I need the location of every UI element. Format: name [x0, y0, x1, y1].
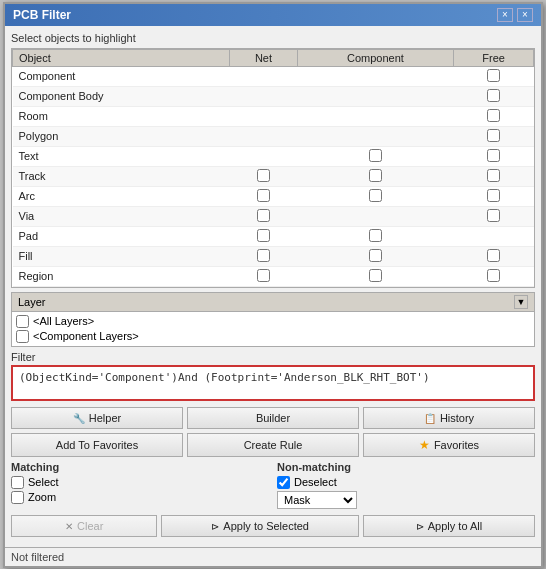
object-table: Object Net Component Free ComponentCompo… [12, 49, 534, 287]
row-object-name: Via [13, 206, 230, 226]
close-button[interactable]: × [517, 8, 533, 22]
helper-label: Helper [89, 412, 121, 424]
row-component-checkbox[interactable] [369, 149, 382, 162]
create-rule-label: Create Rule [244, 439, 303, 451]
row-free-cell [454, 66, 534, 86]
status-bar: Not filtered [5, 547, 541, 566]
row-object-name: Text [13, 146, 230, 166]
row-component-cell [297, 66, 453, 86]
row-component-cell [297, 166, 453, 186]
non-matching-title: Non-matching [277, 461, 535, 473]
row-free-checkbox[interactable] [487, 69, 500, 82]
history-label: History [440, 412, 474, 424]
row-net-cell [230, 126, 297, 146]
matching-select-checkbox[interactable] [11, 476, 24, 489]
add-to-favorites-button[interactable]: Add To Favorites [11, 433, 183, 457]
clear-button[interactable]: Clear [11, 515, 157, 537]
row-free-cell [454, 246, 534, 266]
title-bar: PCB Filter × × [5, 4, 541, 26]
row-object-name: Pad [13, 226, 230, 246]
favorites-button[interactable]: Favorites [363, 433, 535, 457]
matching-nonmatching-section: Matching Select Zoom Non-matching Desele… [11, 461, 535, 511]
layer-checkbox[interactable] [16, 315, 29, 328]
layer-scroll-btn[interactable]: ▼ [514, 295, 528, 309]
row-net-checkbox[interactable] [257, 229, 270, 242]
clear-icon [65, 520, 73, 532]
row-component-cell [297, 106, 453, 126]
matching-zoom-checkbox[interactable] [11, 491, 24, 504]
row-component-cell [297, 186, 453, 206]
matching-zoom-label: Zoom [28, 491, 56, 503]
row-net-checkbox[interactable] [257, 169, 270, 182]
table-row: Polygon [13, 126, 534, 146]
row-net-cell [230, 66, 297, 86]
layer-item: <All Layers> [16, 314, 530, 329]
row-component-cell [297, 226, 453, 246]
row-net-cell [230, 86, 297, 106]
row-free-cell [454, 186, 534, 206]
row-net-cell [230, 146, 297, 166]
row-free-checkbox[interactable] [487, 109, 500, 122]
row-free-checkbox[interactable] [487, 249, 500, 262]
table-row: Region [13, 266, 534, 286]
col-header-net: Net [230, 49, 297, 66]
helper-button[interactable]: Helper [11, 407, 183, 429]
apply-to-all-label: Apply to All [428, 520, 482, 532]
apply-to-all-icon [416, 520, 424, 532]
create-rule-button[interactable]: Create Rule [187, 433, 359, 457]
row-free-checkbox[interactable] [487, 89, 500, 102]
favorites-rule-row: Add To Favorites Create Rule Favorites [11, 433, 535, 457]
row-net-checkbox[interactable] [257, 189, 270, 202]
row-free-checkbox[interactable] [487, 129, 500, 142]
row-free-cell [454, 226, 534, 246]
row-object-name: Component Body [13, 86, 230, 106]
non-matching-deselect-checkbox[interactable] [277, 476, 290, 489]
row-free-checkbox[interactable] [487, 209, 500, 222]
row-object-name: Polygon [13, 126, 230, 146]
row-net-checkbox[interactable] [257, 249, 270, 262]
table-row: Fill [13, 246, 534, 266]
layer-item-label: <Component Layers> [33, 330, 139, 342]
row-component-checkbox[interactable] [369, 169, 382, 182]
history-icon [424, 412, 436, 424]
builder-button[interactable]: Builder [187, 407, 359, 429]
matching-group: Matching Select Zoom [11, 461, 269, 511]
row-net-cell [230, 106, 297, 126]
layer-item: <Component Layers> [16, 329, 530, 344]
apply-to-all-button[interactable]: Apply to All [363, 515, 535, 537]
pin-button[interactable]: × [497, 8, 513, 22]
row-component-checkbox[interactable] [369, 229, 382, 242]
action-buttons-row: Clear Apply to Selected Apply to All [11, 515, 535, 537]
row-free-checkbox[interactable] [487, 169, 500, 182]
add-to-favorites-label: Add To Favorites [56, 439, 138, 451]
main-content: Select objects to highlight Object Net C… [5, 26, 541, 547]
row-component-cell [297, 86, 453, 106]
row-net-checkbox[interactable] [257, 269, 270, 282]
row-free-checkbox[interactable] [487, 149, 500, 162]
mask-select[interactable]: Mask Dim None [277, 491, 357, 509]
col-header-component: Component [297, 49, 453, 66]
apply-to-selected-icon [211, 520, 219, 532]
non-matching-deselect-label: Deselect [294, 476, 337, 488]
row-free-checkbox[interactable] [487, 269, 500, 282]
table-row: Component [13, 66, 534, 86]
pcb-filter-window: PCB Filter × × Select objects to highlig… [3, 2, 543, 568]
apply-to-selected-button[interactable]: Apply to Selected [161, 515, 359, 537]
row-free-checkbox[interactable] [487, 189, 500, 202]
table-row: Track [13, 166, 534, 186]
favorites-label: Favorites [434, 439, 479, 451]
layer-checkbox[interactable] [16, 330, 29, 343]
row-component-checkbox[interactable] [369, 249, 382, 262]
row-net-cell [230, 166, 297, 186]
table-row: Arc [13, 186, 534, 206]
row-net-checkbox[interactable] [257, 209, 270, 222]
layer-label: Layer [18, 296, 46, 308]
matching-zoom-item: Zoom [11, 491, 269, 504]
clear-label: Clear [77, 520, 103, 532]
history-button[interactable]: History [363, 407, 535, 429]
title-bar-buttons: × × [497, 8, 533, 22]
row-free-cell [454, 126, 534, 146]
row-component-checkbox[interactable] [369, 189, 382, 202]
table-row: Room [13, 106, 534, 126]
row-component-checkbox[interactable] [369, 269, 382, 282]
